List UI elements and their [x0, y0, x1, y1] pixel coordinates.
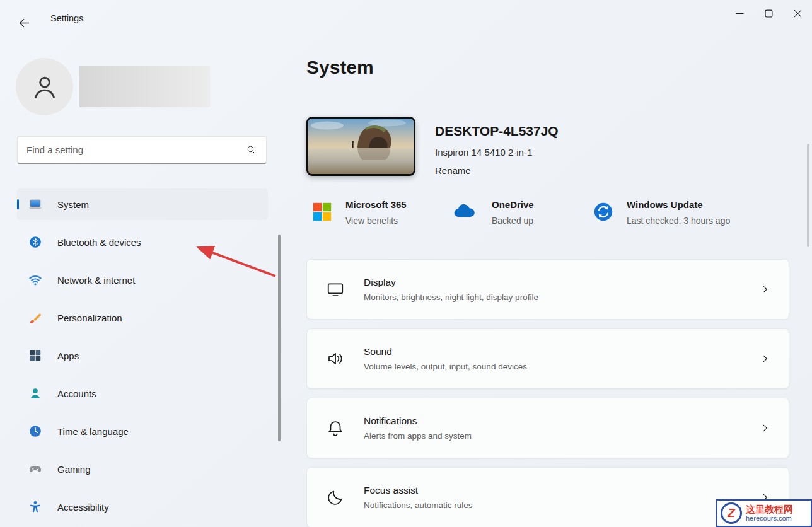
search-input[interactable]: [18, 144, 246, 155]
watermark: Z 这里教程网 herecours.com: [716, 499, 812, 527]
sidebar-item-personalization[interactable]: Personalization: [17, 302, 268, 333]
sidebar-item-gaming[interactable]: Gaming: [17, 453, 268, 485]
sidebar-item-accessibility[interactable]: Accessibility: [17, 491, 268, 523]
status-subtitle: Backed up: [492, 216, 534, 226]
display-icon: [326, 280, 345, 299]
sidebar-nav: System Bluetooth & devices Network & int…: [17, 188, 268, 527]
search-icon: [246, 144, 257, 155]
back-button[interactable]: [14, 13, 34, 33]
window-title: Settings: [50, 13, 83, 23]
card-title: Display: [364, 277, 538, 288]
apps-grid-icon: [28, 349, 42, 362]
card-subtitle: Monitors, brightness, night light, displ…: [364, 292, 538, 302]
sidebar-item-accounts[interactable]: Accounts: [17, 378, 268, 409]
watermark-site-url: herecours.com: [746, 514, 793, 523]
selected-indicator: [17, 199, 19, 209]
chevron-right-icon: [760, 285, 770, 294]
sidebar-scrollbar[interactable]: [278, 235, 281, 441]
card-subtitle: Notifications, automatic rules: [364, 501, 473, 510]
status-onedrive[interactable]: OneDrive Backed up: [453, 199, 534, 226]
chevron-right-icon: [760, 424, 770, 433]
page-scrollbar[interactable]: [807, 144, 809, 247]
window-controls: [725, 0, 812, 26]
sidebar-item-system[interactable]: System: [17, 188, 268, 220]
status-microsoft-365[interactable]: Microsoft 365 View benefits: [311, 199, 407, 226]
sidebar-item-time-language[interactable]: Time & language: [17, 415, 268, 447]
notifications-bell-icon: [326, 419, 345, 437]
card-subtitle: Alerts from apps and system: [364, 431, 472, 441]
desktop-wallpaper-image: [308, 119, 414, 174]
card-title: Sound: [364, 346, 527, 357]
status-title: Microsoft 365: [345, 199, 407, 210]
sidebar-item-apps[interactable]: Apps: [17, 340, 268, 371]
minimize-icon: [736, 9, 744, 18]
status-subtitle: Last checked: 3 hours ago: [627, 216, 730, 226]
paintbrush-icon: [28, 311, 42, 325]
device-model: Inspiron 14 5410 2-in-1: [435, 147, 532, 158]
rename-link[interactable]: Rename: [435, 165, 471, 176]
card-title: Notifications: [364, 415, 472, 427]
watermark-site-name: 这里教程网: [746, 504, 793, 514]
card-subtitle: Volume levels, output, input, sound devi…: [364, 362, 527, 371]
maximize-button[interactable]: [754, 0, 783, 26]
device-name: DESKTOP-4L537JQ: [435, 124, 559, 139]
system-icon: [28, 197, 42, 211]
status-title: OneDrive: [492, 199, 534, 210]
sidebar-item-label: Accounts: [57, 388, 96, 399]
settings-card-display[interactable]: Display Monitors, brightness, night ligh…: [306, 259, 789, 320]
user-name-redacted: [79, 66, 210, 107]
microsoft-365-logo-icon: [311, 201, 333, 223]
sidebar-item-label: Personalization: [57, 313, 122, 323]
close-button[interactable]: [783, 0, 812, 26]
accounts-person-icon: [28, 386, 42, 400]
sidebar-item-label: Gaming: [57, 464, 91, 475]
sidebar-item-label: Accessibility: [57, 502, 109, 513]
close-icon: [794, 9, 802, 18]
sound-icon: [326, 349, 345, 368]
status-windows-update[interactable]: Windows Update Last checked: 3 hours ago: [593, 199, 730, 226]
wifi-icon: [28, 273, 42, 287]
search-box: [17, 136, 267, 164]
page-title: System: [306, 57, 374, 78]
accessibility-person-icon: [28, 500, 42, 514]
sidebar-item-bluetooth-devices[interactable]: Bluetooth & devices: [17, 226, 268, 258]
status-subtitle: View benefits: [345, 216, 407, 226]
chevron-right-icon: [760, 354, 770, 364]
sidebar-item-label: Network & internet: [57, 275, 135, 286]
back-arrow-icon: [18, 17, 30, 29]
bluetooth-icon: [28, 235, 42, 249]
avatar[interactable]: [16, 58, 73, 115]
sidebar-item-label: Bluetooth & devices: [57, 237, 141, 248]
windows-update-sync-icon: [593, 201, 614, 223]
minimize-button[interactable]: [725, 0, 754, 26]
settings-card-sound[interactable]: Sound Volume levels, output, input, soun…: [306, 328, 789, 389]
sidebar-item-network-internet[interactable]: Network & internet: [17, 264, 268, 296]
card-title: Focus assist: [364, 485, 473, 496]
status-title: Windows Update: [627, 199, 730, 210]
sidebar-item-label: System: [57, 199, 89, 210]
sidebar-item-label: Apps: [57, 350, 79, 361]
focus-assist-moon-icon: [326, 488, 345, 507]
watermark-logo-icon: Z: [721, 502, 742, 524]
maximize-icon: [765, 9, 773, 18]
clock-icon: [28, 424, 42, 438]
settings-card-notifications[interactable]: Notifications Alerts from apps and syste…: [306, 398, 789, 458]
onedrive-cloud-icon: [453, 201, 479, 219]
device-thumbnail: [306, 117, 415, 176]
titlebar: Settings: [0, 0, 812, 35]
person-silhouette-icon: [28, 71, 61, 103]
sidebar-item-label: Time & language: [57, 426, 129, 437]
game-controller-icon: [28, 462, 42, 476]
